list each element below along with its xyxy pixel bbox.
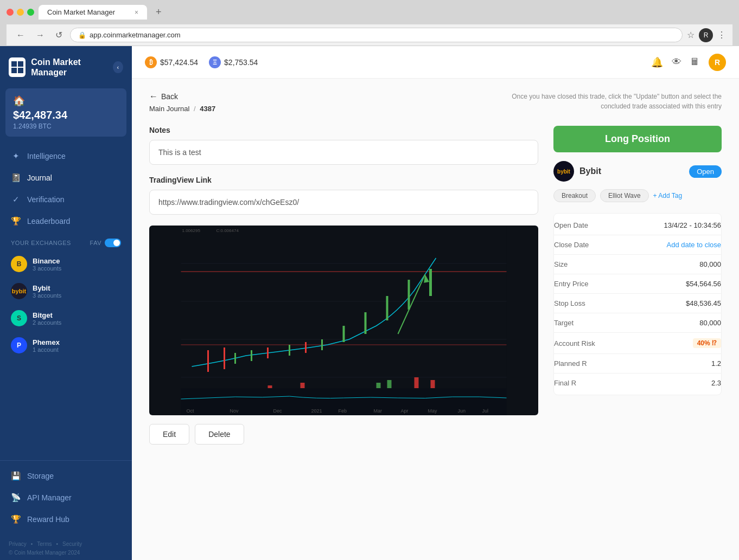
notes-label: Notes xyxy=(149,126,538,134)
minimize-dot[interactable] xyxy=(17,9,24,16)
breadcrumb-journal: Main Journal xyxy=(149,105,189,113)
sidebar-item-label: Journal xyxy=(27,173,52,182)
content-header: ← Back Main Journal / 4387 Once you have… xyxy=(149,92,722,113)
phemex-avatar: P xyxy=(11,337,27,353)
back-nav-btn[interactable]: ← xyxy=(13,29,28,41)
browser-menu-icon[interactable]: ⋮ xyxy=(717,30,726,40)
back-button[interactable]: ← Back xyxy=(149,92,178,101)
svg-text:Feb: Feb xyxy=(339,408,347,414)
close-date-value[interactable]: Add date to close xyxy=(667,241,721,249)
tradingview-input[interactable]: https://www.tradingview.com/x/chGeEsz0/ xyxy=(149,190,538,215)
status-badge: Open xyxy=(689,165,722,178)
content-left: Notes This is a test TradingView Link ht… xyxy=(149,126,538,445)
back-and-breadcrumb: ← Back Main Journal / 4387 xyxy=(149,92,215,113)
leaderboard-icon: 🏆 xyxy=(11,216,21,226)
target-label: Target xyxy=(554,319,574,327)
delete-button[interactable]: Delete xyxy=(195,424,244,445)
intelligence-icon: ✦ xyxy=(11,151,21,161)
browser-tab[interactable]: Coin Market Manager × xyxy=(39,5,147,20)
sidebar-item-journal[interactable]: 📓 Journal xyxy=(0,167,132,189)
account-risk-value: 40% ⁉ xyxy=(693,338,721,348)
star-icon[interactable]: ☆ xyxy=(687,30,695,40)
svg-rect-3 xyxy=(18,68,23,73)
terms-link[interactable]: Terms xyxy=(37,540,52,549)
bitget-name: Bitget xyxy=(33,311,61,319)
size-row: Size 80,000 xyxy=(554,255,721,274)
exchange-bitget[interactable]: S Bitget 2 accounts xyxy=(0,305,132,332)
exchange-bybit[interactable]: bybit Bybit 3 accounts xyxy=(0,278,132,305)
address-bar[interactable]: 🔒 app.coinmarketmanager.com xyxy=(70,28,683,42)
sidebar-item-verification[interactable]: ✓ Verification xyxy=(0,189,132,210)
btc-icon: ₿ xyxy=(145,56,157,68)
final-r-value: 2.3 xyxy=(711,379,721,387)
exchanges-section-label: YOUR EXCHANGES FAV xyxy=(0,232,132,250)
lock-icon: 🔒 xyxy=(78,31,86,39)
fav-toggle[interactable] xyxy=(105,239,121,247)
planned-r-value: 1.2 xyxy=(711,359,721,368)
account-risk-row: Account Risk 40% ⁉ xyxy=(554,333,721,354)
visibility-btn[interactable]: 👁 xyxy=(672,56,681,68)
entry-price-label: Entry Price xyxy=(554,280,589,288)
sidebar-item-label: Leaderboard xyxy=(27,217,70,226)
content-body: Notes This is a test TradingView Link ht… xyxy=(149,126,722,445)
svg-rect-4 xyxy=(181,226,507,415)
balance-amount: $42,487.34 xyxy=(13,109,119,121)
sidebar-item-intelligence[interactable]: ✦ Intelligence xyxy=(0,145,132,167)
sidebar-item-api-manager[interactable]: 📡 API Manager xyxy=(0,487,132,508)
header-hint: Once you have closed this trade, click t… xyxy=(505,92,722,111)
tag-elliot-wave[interactable]: Elliot Wave xyxy=(600,189,649,202)
new-tab-btn[interactable]: + xyxy=(151,4,166,20)
journal-icon: 📓 xyxy=(11,173,21,183)
browser-toolbar: ← → ↺ 🔒 app.coinmarketmanager.com ☆ R ⋮ xyxy=(7,24,732,46)
refresh-btn[interactable]: ↺ xyxy=(52,29,66,41)
privacy-link[interactable]: Privacy xyxy=(9,540,27,549)
eth-price: Ξ $2,753.54 xyxy=(209,56,258,68)
exchange-row-left: bybit Bybit xyxy=(553,161,601,182)
sidebar-item-storage[interactable]: 💾 Storage xyxy=(0,465,132,487)
sidebar-item-reward-hub[interactable]: 🏆 Reward Hub xyxy=(0,508,132,530)
balance-btc: 1.24939 BTC xyxy=(13,123,119,130)
exchange-row: bybit Bybit Open xyxy=(553,161,722,182)
forward-nav-btn[interactable]: → xyxy=(33,29,48,41)
tag-breakout[interactable]: Breakout xyxy=(553,189,596,202)
calculator-btn[interactable]: 🖩 xyxy=(690,56,700,68)
sidebar-item-leaderboard[interactable]: 🏆 Leaderboard xyxy=(0,210,132,232)
sidebar-collapse-btn[interactable]: ‹ xyxy=(113,61,123,73)
account-risk-label: Account Risk xyxy=(554,339,595,347)
add-tag-btn[interactable]: + Add Tag xyxy=(653,192,683,199)
content-right: Long Position bybit Bybit Open Breakout … xyxy=(553,126,722,445)
svg-text:May: May xyxy=(428,408,438,414)
sidebar-nav: ✦ Intelligence 📓 Journal ✓ Verification … xyxy=(0,141,132,460)
sidebar-logo: Coin Market Manager ‹ xyxy=(0,46,132,88)
footer-copyright: © Coin Market Manager 2024 xyxy=(9,549,123,557)
toggle-thumb xyxy=(113,240,120,246)
verification-icon: ✓ xyxy=(11,195,21,204)
back-arrow-icon: ← xyxy=(149,92,158,101)
entry-price-row: Entry Price $54,564.56 xyxy=(554,274,721,294)
sidebar-bottom-nav: 💾 Storage 📡 API Manager 🏆 Reward Hub xyxy=(0,460,132,535)
user-avatar[interactable]: R xyxy=(709,54,726,71)
btc-price: ₿ $57,424.54 xyxy=(145,56,198,68)
bitget-info: Bitget 2 accounts xyxy=(33,311,61,326)
size-value: 80,000 xyxy=(699,260,721,268)
exchange-phemex[interactable]: P Phemex 1 account xyxy=(0,332,132,359)
maximize-dot[interactable] xyxy=(27,9,34,16)
tab-close-icon[interactable]: × xyxy=(135,9,138,16)
svg-text:Mar: Mar xyxy=(374,408,383,414)
topbar: ₿ $57,424.54 Ξ $2,753.54 🔔 👁 🖩 R xyxy=(132,46,739,79)
close-date-label: Close Date xyxy=(554,241,589,249)
svg-text:1.006295: 1.006295 xyxy=(182,228,201,233)
bitget-accounts: 2 accounts xyxy=(33,319,61,326)
edit-button[interactable]: Edit xyxy=(149,424,189,445)
browser-dots xyxy=(7,9,34,16)
notifications-btn[interactable]: 🔔 xyxy=(651,56,663,68)
final-r-row: Final R 2.3 xyxy=(554,374,721,392)
close-dot[interactable] xyxy=(7,9,14,16)
stop-loss-value: $48,536.45 xyxy=(686,299,721,307)
notes-input[interactable]: This is a test xyxy=(149,140,538,165)
content-area: ← Back Main Journal / 4387 Once you have… xyxy=(132,79,739,560)
exchange-binance[interactable]: B Binance 3 accounts xyxy=(0,250,132,278)
security-link[interactable]: Security xyxy=(62,540,82,549)
browser-actions: ☆ R ⋮ xyxy=(687,28,726,42)
browser-chrome: Coin Market Manager × + ← → ↺ 🔒 app.coin… xyxy=(0,0,739,46)
